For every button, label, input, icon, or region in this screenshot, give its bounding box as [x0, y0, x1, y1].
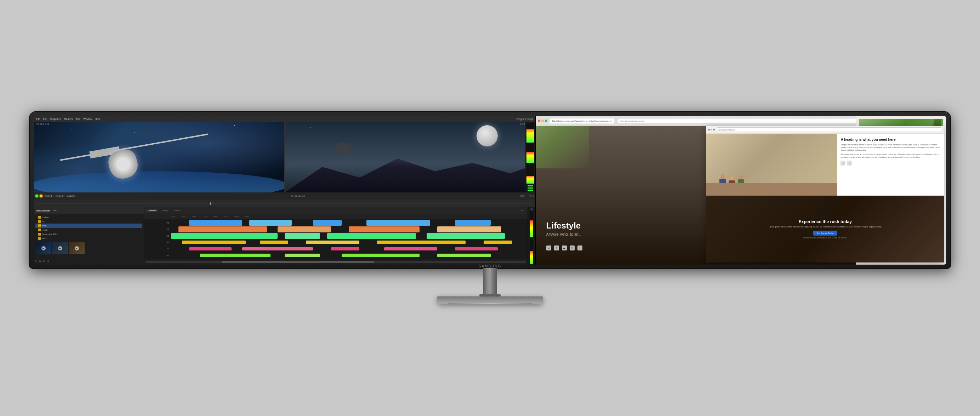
yellow-indicator — [40, 195, 43, 197]
timeline-panel: Timeline History Effects Seq1 1000 1500 — [144, 207, 527, 265]
menu-item-edit[interactable]: Edit — [43, 118, 47, 120]
space-footage — [34, 122, 284, 192]
tab-effects[interactable]: Effects — [172, 209, 182, 212]
menu-item-markers[interactable]: Markers — [64, 118, 73, 120]
tree-item-selected[interactable]: mod1 — [35, 224, 142, 228]
next-arrow[interactable]: > — [847, 160, 852, 165]
fit-btn[interactable]: Fit — [520, 195, 525, 197]
tab-history[interactable]: History — [160, 209, 170, 212]
track-content-v2[interactable] — [171, 226, 526, 232]
frame-count: 1/525 — [528, 195, 534, 197]
popup-content: A heading is what you need here Tempor i… — [706, 134, 944, 262]
audio-3-btn[interactable]: Audio 3 — [66, 195, 76, 197]
monitor-screen: File Edit Sequence Markers Title Window … — [34, 116, 946, 265]
right-meters-panel: dB — [528, 207, 535, 265]
lifestyle-heading: Lifestyle — [546, 221, 581, 231]
thumbnail[interactable]: ▶ — [69, 242, 84, 254]
ruler-marks: 1000 1500 2000 2500 3000 3500 4000 4500 — [170, 216, 249, 218]
transport-bar — [34, 200, 535, 207]
popup-window-controls — [708, 129, 715, 130]
thumbnail[interactable]: ▶ — [35, 242, 51, 254]
timeline-header: Timeline History Effects Seq1 — [144, 207, 527, 214]
timeline-tracks: V3 V2 — [144, 219, 527, 259]
minimize-button[interactable] — [541, 119, 544, 122]
window-controls — [538, 119, 547, 122]
ruler-mark: 3000 — [213, 216, 217, 218]
moon-footage — [285, 122, 535, 192]
track-label-v2: V2 — [145, 228, 170, 230]
menu-item-sequence[interactable]: Sequence — [50, 118, 61, 120]
dark-section-heading: Experience the rush today — [799, 219, 852, 224]
popup-main-heading: A heading is what you need here — [840, 137, 941, 142]
get-started-button[interactable]: Get Started Today — [813, 231, 837, 236]
prev-arrow[interactable]: < — [840, 160, 845, 165]
tree-item[interactable]: item5 — [35, 236, 142, 241]
meters-label: dB — [530, 208, 533, 210]
tab-samsung[interactable]: http://about.samsung.co.kr/about/chon-si… — [550, 119, 614, 124]
tab-timeline[interactable]: Timeline — [146, 209, 158, 212]
timecode-display: 01:07:45:09 — [291, 195, 305, 197]
track-content-a3[interactable] — [171, 252, 526, 258]
tree-item[interactable]: android — [35, 215, 142, 219]
timeline-scroll-bar[interactable] — [144, 259, 527, 265]
linkedin-icon[interactable]: in — [546, 246, 551, 251]
maximize-button[interactable] — [545, 119, 547, 122]
popup-nav-arrows: < > — [840, 160, 941, 165]
audio-2-btn[interactable]: Audio 2 — [54, 195, 64, 197]
ruler-mark: 4500 — [245, 216, 249, 218]
popup-text-area: A heading is what you need here Tempor i… — [837, 134, 944, 195]
twitter-icon[interactable]: t — [578, 246, 582, 251]
green-indicator — [35, 195, 38, 197]
popup-minimize-btn[interactable] — [711, 129, 712, 130]
track-a2: A2 — [145, 246, 526, 251]
tree-item[interactable]: Cinderella_1963 — [35, 232, 142, 236]
source-monitor: 01:01:14:19 — [34, 122, 285, 192]
cloud-icon[interactable]: ☁ — [562, 246, 567, 251]
browser-tabs: http://about.samsung.co.kr/about/chon-si… — [550, 119, 614, 124]
track-v3: V3 — [145, 220, 526, 226]
menu-item-help[interactable]: Help — [95, 118, 100, 120]
popup-browser-window: http://digitalworld.com — [706, 126, 944, 262]
tab-info[interactable]: Info — [54, 210, 57, 211]
video-editor-panel: File Edit Sequence Markers Title Window … — [34, 116, 536, 265]
track-content-v3[interactable] — [171, 220, 526, 226]
track-content-v1[interactable] — [171, 233, 526, 239]
popup-chrome: http://digitalworld.com — [706, 126, 944, 134]
menu-item-file[interactable]: File — [36, 118, 40, 120]
close-button[interactable] — [538, 119, 540, 122]
tab-media-browser[interactable]: Media Browser — [36, 210, 50, 212]
social-icons: in f ☁ ✉ t — [546, 246, 582, 251]
menu-item-workspace[interactable]: Program: Seq1 — [517, 118, 533, 120]
ruler-mark: 4000 — [234, 216, 239, 218]
popup-close-btn[interactable] — [708, 129, 710, 130]
menu-item-title[interactable]: Title — [76, 118, 80, 120]
meter-1 — [530, 211, 533, 237]
popup-maximize-btn[interactable] — [713, 129, 715, 130]
popup-address-bar[interactable]: http://digitalworld.com — [716, 127, 942, 132]
media-tree: android ass mod1 — [34, 214, 144, 241]
indicator-lights — [35, 195, 43, 197]
video-previews: 01:01:14:19 01:07:22:09 — [34, 122, 535, 192]
track-content-a1[interactable] — [171, 240, 526, 245]
tree-item[interactable]: ass — [35, 219, 142, 224]
popup-body-text-2: Excepteur sint occaecat cupidatat non pr… — [840, 153, 941, 159]
menu-item-window[interactable]: Window — [83, 118, 92, 120]
track-label-v1: V1 — [145, 235, 170, 237]
track-content-a2[interactable] — [171, 246, 526, 251]
audio-1-btn[interactable]: Audio 1 — [43, 195, 54, 197]
tree-item[interactable]: mod2 — [35, 228, 142, 232]
email-icon[interactable]: ✉ — [570, 246, 574, 251]
program-monitor: 01:07:22:09 — [285, 122, 535, 192]
track-a1: A1 — [145, 240, 526, 245]
preview-controls: Audio 1 Audio 2 Audio 3 01:07:45:09 Fit … — [34, 192, 535, 200]
track-label-a2: A2 — [145, 248, 170, 250]
facebook-icon[interactable]: f — [554, 246, 559, 251]
timeline-scrubber[interactable] — [37, 203, 533, 204]
thumbnail[interactable]: ▶ — [52, 242, 68, 254]
monitor-neck — [483, 268, 497, 297]
monitor-wrapper: File Edit Sequence Markers Title Window … — [30, 112, 950, 304]
popup-top-section: A heading is what you need here Tempor i… — [706, 134, 944, 195]
menu-bar: File Edit Sequence Markers Title Window … — [34, 116, 535, 122]
monitor-base — [437, 297, 543, 304]
lifestyle-text: Lifestyle A future-living lab an... — [546, 221, 581, 236]
